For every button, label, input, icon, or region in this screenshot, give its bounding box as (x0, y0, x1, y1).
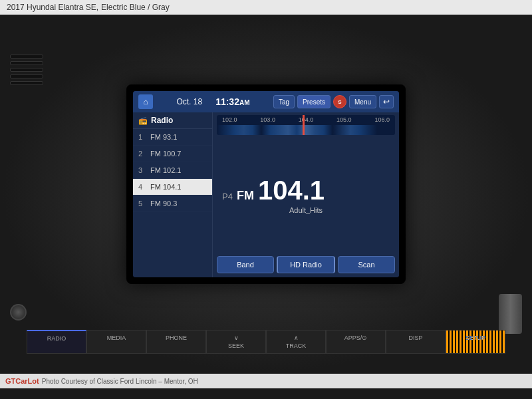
preset-freq-5: FM 90.3 (150, 200, 177, 207)
station-frequency: 104.1 (258, 177, 325, 203)
preset-list: 📻 Radio 1 FM 93.1 2 FM 100.7 3 FM 102.1 (133, 112, 213, 277)
scale-105: 105.0 (336, 116, 352, 123)
station-band: FM (237, 189, 254, 203)
preset-freq-2: FM 100.7 (150, 150, 181, 158)
preset-num-4: 4 (138, 183, 146, 191)
vent-3 (10, 68, 43, 72)
frequency-indicator (303, 115, 305, 135)
phone-btn-label: PHONE (166, 334, 187, 341)
scale-102: 102.0 (222, 116, 237, 123)
time-display: 11:32AM (215, 96, 249, 107)
preset-num-3: 3 (138, 166, 146, 174)
screen-bezel: ⌂ Oct. 18 11:32AM Tag Presets S Menu ↩ (126, 84, 406, 284)
action-buttons: Band HD Radio Scan (217, 253, 395, 275)
frequency-wave (217, 125, 395, 135)
tune-knob[interactable] (499, 294, 522, 334)
photo-credit: Photo Courtesy of Classic Ford Lincoln –… (42, 378, 198, 385)
frequency-bar: 102.0 103.0 104.0 105.0 106.0 (217, 115, 395, 135)
preset-freq-1: FM 93.1 (150, 133, 177, 141)
presets-button[interactable]: Presets (297, 95, 331, 108)
tag-button[interactable]: Tag (273, 95, 295, 108)
preset-num-2: 2 (138, 150, 146, 158)
home-button[interactable]: ⌂ (138, 94, 153, 109)
radio-icon: 📻 (138, 116, 148, 125)
station-display: P4 FM 104.1 Adult_Hits (217, 138, 395, 253)
left-vents (10, 55, 43, 188)
date-display: Oct. 18 (176, 97, 202, 106)
car-color: Electric Blue / Gray (101, 3, 170, 12)
phone-button[interactable]: PHONE (146, 330, 206, 354)
back-button[interactable]: ↩ (379, 95, 394, 108)
right-panel: 102.0 103.0 104.0 105.0 106.0 P4 FM (213, 112, 399, 277)
track-icon: ∧ (294, 334, 299, 341)
vent-1 (10, 55, 43, 59)
photo-area: ⌂ Oct. 18 11:32AM Tag Presets S Menu ↩ (0, 15, 532, 374)
radio-label: Radio (151, 116, 173, 125)
disp-button[interactable]: DISP (386, 330, 446, 354)
content-area: 📻 Radio 1 FM 93.1 2 FM 100.7 3 FM 102.1 (133, 112, 399, 277)
station-name: Adult_Hits (222, 206, 390, 214)
frequency-scale: 102.0 103.0 104.0 105.0 106.0 (217, 115, 395, 124)
setup-button[interactable]: SETUP (446, 330, 505, 354)
media-btn-label: MEDIA (107, 334, 126, 341)
track-up-button[interactable]: ∧ TRACK (266, 330, 326, 354)
gtcarlot-logo: GTCarLot (5, 377, 39, 385)
scale-103: 103.0 (260, 116, 275, 123)
preset-freq-3: FM 102.1 (150, 166, 181, 174)
setup-label: SETUP (466, 334, 485, 341)
preset-item-3[interactable]: 3 FM 102.1 (133, 162, 212, 179)
seek-back-button[interactable]: ∨ SEEK (206, 330, 266, 354)
infotainment-screen: ⌂ Oct. 18 11:32AM Tag Presets S Menu ↩ (133, 91, 399, 277)
preset-num-1: 1 (138, 133, 146, 141)
watermark-bar: GTCarLot Photo Courtesy of Classic Ford … (0, 374, 532, 388)
bottom-controls: RADIO MEDIA PHONE ∨ SEEK ∧ TRACK APPS/⊙ … (0, 330, 532, 354)
menu-button[interactable]: Menu (349, 95, 376, 108)
screen-header: ⌂ Oct. 18 11:32AM Tag Presets S Menu ↩ (133, 91, 399, 112)
scan-button[interactable]: Scan (338, 256, 395, 273)
caption-bar: 2017 Hyundai Elantra SE, Electric Blue /… (0, 0, 532, 15)
radio-button[interactable]: RADIO (27, 330, 86, 354)
radio-btn-label: RADIO (47, 335, 66, 342)
preset-item-5[interactable]: 5 FM 90.3 (133, 196, 212, 212)
preset-item-2[interactable]: 2 FM 100.7 (133, 146, 212, 162)
scale-106: 106.0 (374, 116, 390, 123)
volume-knob[interactable] (10, 304, 27, 321)
vent-5 (10, 81, 43, 85)
seek-icon: ∨ (234, 334, 239, 341)
nav-buttons: Tag Presets S Menu ↩ (273, 95, 394, 108)
apps-button[interactable]: APPS/⊙ (326, 330, 386, 354)
radio-header: 📻 Radio (133, 112, 212, 129)
vent-2 (10, 61, 43, 65)
apps-label: APPS/⊙ (344, 334, 368, 341)
track-label: TRACK (286, 342, 307, 349)
scale-104: 104.0 (299, 116, 314, 123)
band-button[interactable]: Band (217, 256, 274, 273)
car-title: 2017 Hyundai Elantra SE, (7, 3, 98, 12)
preset-item-1[interactable]: 1 FM 93.1 (133, 129, 212, 146)
date-time-display: Oct. 18 11:32AM (158, 96, 268, 107)
hd-radio-button[interactable]: HD Radio (277, 256, 335, 273)
disp-label: DISP (408, 334, 422, 341)
vent-4 (10, 74, 43, 78)
preset-item-4[interactable]: 4 FM 104.1 (133, 179, 212, 196)
preset-num-5: 5 (138, 200, 146, 207)
seek-label: SEEK (228, 342, 244, 349)
media-button[interactable]: MEDIA (86, 330, 146, 354)
sirius-button[interactable]: S (333, 95, 346, 108)
station-preset-label: P4 (222, 192, 233, 201)
preset-freq-4: FM 104.1 (150, 183, 181, 191)
